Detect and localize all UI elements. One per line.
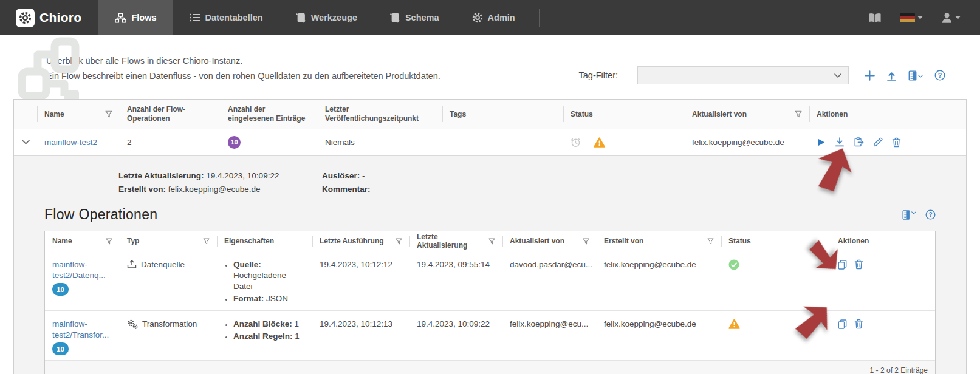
book-icon[interactable]	[868, 13, 882, 23]
filter-funnel-icon[interactable]	[795, 110, 802, 118]
import-button[interactable]	[886, 70, 897, 81]
operations-table-header: Name Typ Eigenschaften Letzte Ausführung…	[45, 231, 935, 251]
ops-header-aktionen: Aktionen	[831, 231, 935, 251]
warning-icon	[728, 319, 823, 329]
tag-filter-select[interactable]	[637, 66, 849, 84]
copy-operation-button[interactable]	[838, 319, 847, 329]
ops-column-settings-button[interactable]	[902, 210, 916, 220]
delete-operation-button[interactable]	[854, 259, 863, 270]
filter-funnel-icon[interactable]	[106, 238, 112, 245]
nav-item-flows[interactable]: Flows	[98, 0, 173, 35]
header-expander	[14, 100, 37, 129]
help-icon	[934, 70, 945, 81]
ops-header-letzte-ausfuehrung: Letzte Ausführung	[312, 231, 409, 251]
run-flow-button[interactable]	[817, 138, 826, 147]
add-flow-button[interactable]	[865, 70, 875, 81]
flow-operation-count: 2	[120, 138, 221, 147]
delete-flow-button[interactable]	[892, 137, 901, 148]
nav-item-schema[interactable]: Schema	[374, 0, 456, 35]
detail-trigger: Auslöser: -	[322, 171, 966, 180]
nav-label: Schema	[405, 13, 439, 22]
intro-section: Überblick über alle Flows in dieser Chio…	[0, 35, 980, 99]
header-aktualisiert-von: Aktualisiert von	[685, 100, 809, 129]
nav-item-werkzeuge[interactable]: Werkzeuge	[279, 0, 374, 35]
edit-icon	[873, 137, 883, 147]
warning-icon	[594, 137, 605, 148]
column-settings-button[interactable]	[908, 70, 923, 81]
download-icon	[835, 137, 845, 147]
edit-flow-button[interactable]	[873, 137, 883, 147]
copy-icon	[838, 260, 847, 270]
download-flow-button[interactable]	[835, 137, 845, 147]
header-name: Name	[37, 100, 120, 129]
nav-divider	[539, 8, 540, 27]
german-flag-icon	[900, 13, 915, 22]
last-publish-value: Niemals	[318, 138, 442, 147]
detail-last-update: Letzte Aktualisierung: 19.4.2023, 10:09:…	[118, 171, 322, 180]
operation-type: Transformation	[142, 319, 197, 330]
language-selector[interactable]	[900, 13, 923, 22]
detail-created-by: Erstellt von: felix.koepping@ecube.de	[118, 185, 322, 194]
brand-name: Chioro	[39, 10, 81, 25]
flows-table: Name Anzahl der Flow-Operationen Anzahl …	[13, 99, 967, 374]
help-icon	[925, 209, 936, 220]
operation-properties: Quelle: Hochgeladene Datei Format: JSON	[224, 259, 305, 304]
ops-header-erstellt-von: Erstellt von	[597, 231, 721, 251]
columns-doc-icon	[902, 210, 910, 220]
filter-funnel-icon[interactable]	[396, 238, 402, 245]
columns-doc-icon	[908, 70, 917, 81]
play-icon	[817, 138, 826, 147]
created-by-value: felix.koepping@ecube.de	[597, 251, 721, 275]
collapse-row-chevron-icon[interactable]	[22, 140, 30, 144]
scroll-icon	[296, 13, 306, 23]
operation-name-link[interactable]: mainflow-test2/Transfor...	[52, 319, 109, 339]
ops-help-button[interactable]	[925, 209, 936, 220]
filter-funnel-icon[interactable]	[583, 238, 589, 245]
scroll-icon	[390, 13, 400, 23]
header-letzter-veroeffentlichungszeitpunkt: Letzter Veröffentlichungszeitpunkt	[318, 100, 442, 129]
ops-header-status: Status	[721, 231, 831, 251]
copy-operation-button[interactable]	[838, 260, 847, 270]
last-update-value: 19.4.2023, 10:09:22	[409, 311, 502, 335]
operation-entries-badge: 10	[52, 342, 69, 355]
operation-row: mainflow-test2/Datenq... 10 Datenquelle …	[45, 251, 935, 311]
nav-item-admin[interactable]: Admin	[456, 0, 532, 35]
export-flow-button[interactable]	[854, 137, 864, 147]
flow-name-link[interactable]: mainflow-test2	[44, 138, 97, 147]
tag-filter-label: Tag-Filter:	[579, 70, 618, 80]
filter-funnel-icon[interactable]	[707, 238, 714, 245]
chevron-down-icon	[834, 73, 841, 78]
chioro-logo-gear-icon	[16, 8, 35, 27]
nav-label: Admin	[488, 13, 515, 22]
header-status: Status	[563, 100, 685, 129]
ops-header-eigenschaften: Eigenschaften	[217, 231, 312, 251]
filter-funnel-icon[interactable]	[488, 238, 495, 245]
delete-icon	[854, 319, 863, 329]
chevron-down-icon	[911, 211, 916, 214]
pagination-status: 1 - 2 of 2 Einträge	[45, 361, 935, 374]
user-menu[interactable]	[941, 12, 961, 24]
updated-by-value: felix.koepping@ecu...	[502, 311, 597, 335]
brand[interactable]: Chioro	[0, 0, 97, 35]
operation-row: mainflow-test2/Transfor... 10 Transforma…	[45, 311, 935, 361]
nav-item-datentabellen[interactable]: Datentabellen	[173, 0, 279, 35]
flow-operations-title: Flow Operationen	[44, 206, 936, 223]
filter-funnel-icon[interactable]	[203, 238, 210, 245]
updated-by-value: davood.pasdar@ecu...	[502, 251, 597, 275]
delete-icon	[892, 137, 901, 148]
list-icon	[190, 13, 200, 22]
created-by-value: felix.koepping@ecube.de	[597, 311, 721, 335]
header-tags: Tags	[442, 100, 563, 129]
help-button[interactable]	[934, 70, 945, 81]
export-icon	[854, 137, 864, 147]
delete-icon	[854, 259, 863, 270]
upload-icon	[886, 70, 897, 81]
delete-operation-button[interactable]	[854, 319, 863, 329]
operation-properties: Anzahl Blöcke: 1 Anzahl Regeln: 1	[224, 319, 305, 342]
operations-table: Name Typ Eigenschaften Letzte Ausführung…	[44, 231, 936, 374]
nav-label: Werkzeuge	[311, 13, 357, 22]
operation-name-link[interactable]: mainflow-test2/Datenq...	[52, 260, 106, 280]
operation-type: Datenquelle	[141, 259, 185, 270]
filter-funnel-icon[interactable]	[105, 110, 112, 118]
last-run-value: 19.4.2023, 10:12:12	[312, 251, 409, 275]
